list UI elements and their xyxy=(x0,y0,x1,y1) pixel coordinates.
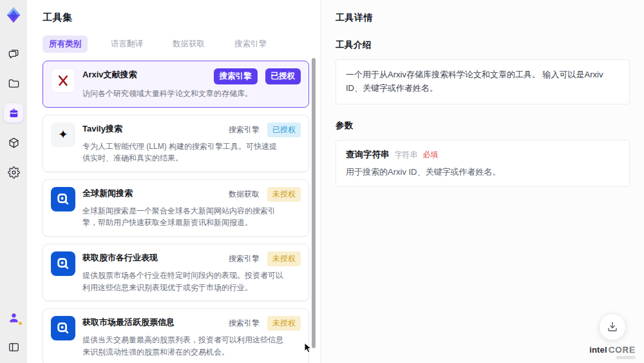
tool-name: 全球新闻搜索 xyxy=(82,187,229,199)
tool-name: Tavily搜索 xyxy=(82,123,229,135)
app-window: 工具集 所有类别语言翻译数据获取搜索引擎 Arxiv文献搜索 搜索引擎 已授权 … xyxy=(0,0,644,363)
tool-category-tag: 数据获取 xyxy=(229,189,260,200)
params-heading: 参数 xyxy=(336,120,630,132)
tool-list-pane: 工具集 所有类别语言翻译数据获取搜索引擎 Arxiv文献搜索 搜索引擎 已授权 … xyxy=(27,0,321,363)
param-card: 查询字符串 字符串 必填 用于搜索的Arxiv ID、关键字或作者姓名。 xyxy=(336,140,630,187)
param-name: 查询字符串 xyxy=(346,149,390,161)
chat-icon xyxy=(8,48,20,60)
tool-description: 专为人工智能代理 (LLM) 构建的搜索引擎工具。可快速提供实时、准确和真实的结… xyxy=(82,141,301,164)
page-title: 工具集 xyxy=(43,12,321,24)
download-button[interactable] xyxy=(599,313,626,340)
blue-search-icon xyxy=(51,251,75,276)
blue-search-icon xyxy=(51,187,75,211)
tool-category-tag: 搜索引擎 xyxy=(229,318,260,329)
cube-icon xyxy=(8,137,20,149)
tab-2[interactable]: 数据获取 xyxy=(166,35,211,53)
sidebar-item-models[interactable] xyxy=(4,133,23,152)
sidebar-item-files[interactable] xyxy=(4,74,23,93)
sidebar-item-collapse[interactable] xyxy=(4,337,23,357)
intel-logo-subtext xyxy=(616,356,636,359)
tool-description: 全球新闻搜索是一个聚合全球各大新闻网站内容的搜索引擎，帮助用户快速获取全球最新资… xyxy=(82,205,301,229)
tool-card[interactable]: ✦ Tavily搜索 搜索引擎 已授权 专为人工智能代理 (LLM) 构建的搜索… xyxy=(43,115,309,172)
tool-details-pane: 工具详情 工具介绍 一个用于从Arxiv存储库搜索科学论文和文章的工具。 输入可… xyxy=(321,0,644,363)
tab-3[interactable]: 搜索引擎 xyxy=(228,35,273,53)
app-logo-icon xyxy=(4,5,23,25)
sidebar xyxy=(0,0,27,363)
tab-1[interactable]: 语言翻译 xyxy=(104,35,149,53)
category-tabs: 所有类别语言翻译数据获取搜索引擎 xyxy=(43,35,321,53)
mouse-cursor xyxy=(304,342,312,353)
intro-heading: 工具介绍 xyxy=(336,39,630,51)
scrollbar-thumb[interactable] xyxy=(312,58,316,348)
tool-category-tag: 搜索引擎 xyxy=(214,68,258,84)
param-description: 用于搜索的Arxiv ID、关键字或作者姓名。 xyxy=(346,166,620,178)
intro-card: 一个用于从Arxiv存储库搜索科学论文和文章的工具。 输入可以是Arxiv ID… xyxy=(336,59,630,104)
tool-description: 访问各个研究领域大量科学论文和文章的存储库。 xyxy=(82,88,301,100)
sidebar-item-account[interactable] xyxy=(4,308,23,327)
tavily-star-icon: ✦ xyxy=(51,123,75,147)
arxiv-logo-icon xyxy=(51,68,75,93)
user-icon xyxy=(8,311,20,324)
sidebar-item-chat[interactable] xyxy=(4,44,23,63)
tool-card[interactable]: 全球新闻搜索 数据获取 未授权 全球新闻搜索是一个聚合全球各大新闻网站内容的搜索… xyxy=(43,179,309,237)
tool-status-badge: 未授权 xyxy=(267,316,301,331)
gear-icon xyxy=(8,166,20,179)
tool-status-badge: 已授权 xyxy=(265,68,301,84)
footer-cluster: intel CORE xyxy=(589,313,636,359)
tool-description: 提供当天交易量最高的股票列表，投资者可以利用这些信息来识别流动性强的股票和潜在的… xyxy=(82,334,301,358)
intel-core-logo: intel CORE xyxy=(589,345,636,355)
tool-category-tag: 搜索引擎 xyxy=(229,124,260,135)
tool-name: 获取市场最活跃股票信息 xyxy=(82,316,229,328)
folder-icon xyxy=(8,77,20,90)
intel-wordmark: intel xyxy=(589,345,607,355)
core-wordmark: CORE xyxy=(609,346,636,355)
tool-status-badge: 未授权 xyxy=(267,251,301,266)
tool-list: Arxiv文献搜索 搜索引擎 已授权 访问各个研究领域大量科学论文和文章的存储库… xyxy=(43,61,309,363)
user-status-dot xyxy=(19,322,22,325)
tool-name: 获取股市各行业表现 xyxy=(82,251,229,264)
sidebar-item-settings[interactable] xyxy=(4,162,23,182)
tab-0[interactable]: 所有类别 xyxy=(43,35,88,53)
panel-toggle-icon xyxy=(8,341,20,353)
tool-status-badge: 已授权 xyxy=(267,123,301,137)
toolbox-icon xyxy=(8,107,20,119)
tool-status-badge: 未授权 xyxy=(267,187,301,202)
details-title: 工具详情 xyxy=(336,12,630,24)
tool-description: 提供股票市场各个行业在特定时间段内的表现。投资者可以利用这些信息来识别表现优于或… xyxy=(82,270,301,293)
param-required-badge: 必填 xyxy=(423,150,439,161)
tool-category-tag: 搜索引擎 xyxy=(229,253,260,264)
tool-card[interactable]: 获取市场最活跃股票信息 搜索引擎 未授权 提供当天交易量最高的股票列表，投资者可… xyxy=(43,308,309,363)
param-type: 字符串 xyxy=(395,150,418,161)
sidebar-item-tools[interactable] xyxy=(4,103,23,123)
tool-card[interactable]: 获取股市各行业表现 搜索引擎 未授权 提供股票市场各个行业在特定时间段内的表现。… xyxy=(43,244,309,301)
tool-card[interactable]: Arxiv文献搜索 搜索引擎 已授权 访问各个研究领域大量科学论文和文章的存储库… xyxy=(43,61,309,108)
blue-search-icon xyxy=(51,316,75,340)
intro-text: 一个用于从Arxiv存储库搜索科学论文和文章的工具。 输入可以是Arxiv ID… xyxy=(346,68,620,95)
tool-name: Arxiv文献搜索 xyxy=(82,68,214,81)
download-icon xyxy=(607,321,618,333)
